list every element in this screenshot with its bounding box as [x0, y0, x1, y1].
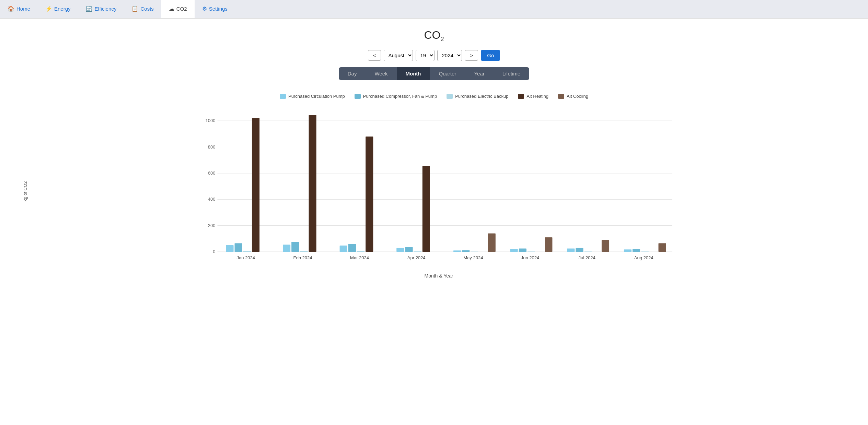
legend-item-alt-heating: Alt Heating [518, 94, 548, 99]
svg-rect-48 [633, 249, 640, 252]
legend-label-alt-cooling: Alt Cooling [567, 94, 588, 99]
tab-day[interactable]: Day [339, 67, 366, 80]
chart-legend: Purchased Circulation Pump Purchased Com… [21, 94, 847, 99]
go-button[interactable]: Go [481, 50, 500, 61]
svg-rect-38 [519, 249, 526, 252]
svg-text:1000: 1000 [206, 118, 216, 123]
svg-rect-23 [348, 244, 356, 252]
svg-rect-44 [584, 252, 592, 252]
nav-item-home[interactable]: 🏠 Home [0, 0, 38, 18]
svg-rect-22 [340, 246, 347, 252]
legend-item-compressor: Purchased Compressor, Fan & Pump [355, 94, 437, 99]
svg-text:0: 0 [213, 249, 215, 254]
legend-swatch-electric-backup [447, 94, 453, 99]
svg-rect-12 [226, 245, 233, 252]
tab-quarter[interactable]: Quarter [430, 67, 465, 80]
svg-rect-15 [252, 118, 259, 252]
nav-item-costs[interactable]: 📋 Costs [124, 0, 161, 18]
svg-rect-40 [545, 237, 552, 252]
main-nav: 🏠 Home ⚡ Energy 🔄 Efficiency 📋 Costs ☁ C… [0, 0, 868, 19]
energy-icon: ⚡ [45, 5, 52, 12]
svg-rect-29 [414, 251, 421, 252]
svg-rect-47 [624, 250, 632, 252]
svg-text:600: 600 [208, 170, 216, 176]
svg-rect-50 [658, 244, 666, 252]
svg-rect-42 [567, 249, 575, 252]
nav-item-energy[interactable]: ⚡ Energy [38, 0, 78, 18]
legend-label-circ-pump: Purchased Circulation Pump [288, 94, 345, 99]
svg-rect-20 [309, 115, 316, 252]
period-tabs: Day Week Month Quarter Year Lifetime [14, 67, 854, 80]
tab-month[interactable]: Month [397, 67, 430, 80]
period-tabs-inner: Day Week Month Quarter Year Lifetime [339, 67, 529, 80]
svg-rect-18 [291, 242, 299, 252]
chart-wrap: kg of CO2 02004006008001000Jan 2024Feb 2… [21, 104, 847, 279]
page-title: CO2 [14, 29, 854, 43]
svg-rect-19 [300, 251, 308, 252]
legend-item-circ-pump: Purchased Circulation Pump [280, 94, 345, 99]
svg-text:Mar 2024: Mar 2024 [350, 255, 369, 260]
legend-label-compressor: Purchased Compressor, Fan & Pump [363, 94, 437, 99]
svg-rect-27 [396, 248, 404, 252]
nav-label-home: Home [16, 6, 30, 12]
svg-rect-37 [510, 249, 518, 252]
tab-week[interactable]: Week [366, 67, 396, 80]
date-controls: < August 19 2024 > Go [14, 50, 854, 61]
next-button[interactable]: > [465, 50, 478, 61]
svg-text:Feb 2024: Feb 2024 [293, 255, 312, 260]
svg-rect-32 [453, 251, 461, 252]
svg-rect-33 [462, 250, 470, 252]
nav-label-energy: Energy [54, 6, 71, 12]
tab-lifetime[interactable]: Lifetime [494, 67, 530, 80]
x-axis-label: Month & Year [30, 273, 847, 279]
legend-item-alt-cooling: Alt Cooling [558, 94, 588, 99]
efficiency-icon: 🔄 [86, 5, 93, 12]
main-content: CO2 < August 19 2024 > Go Day Week Month… [0, 19, 868, 425]
month-select[interactable]: August [384, 50, 413, 61]
nav-label-settings: Settings [209, 6, 228, 12]
prev-button[interactable]: < [368, 50, 381, 61]
legend-swatch-compressor [355, 94, 361, 99]
legend-swatch-alt-cooling [558, 94, 564, 99]
year-select[interactable]: 2024 [437, 50, 462, 61]
svg-rect-30 [423, 166, 430, 252]
home-icon: 🏠 [8, 5, 14, 12]
chart-svg-area: 02004006008001000Jan 2024Feb 2024Mar 202… [30, 104, 847, 279]
nav-item-efficiency[interactable]: 🔄 Efficiency [78, 0, 124, 18]
chart-container: Purchased Circulation Pump Purchased Com… [14, 90, 854, 285]
svg-rect-39 [528, 252, 535, 252]
svg-rect-14 [243, 251, 251, 252]
legend-swatch-circ-pump [280, 94, 286, 99]
svg-text:400: 400 [208, 197, 216, 202]
nav-item-co2[interactable]: ☁ CO2 [161, 0, 195, 18]
svg-text:800: 800 [208, 144, 216, 150]
svg-rect-49 [641, 252, 649, 252]
svg-text:Jan 2024: Jan 2024 [237, 255, 255, 260]
svg-rect-35 [488, 234, 496, 252]
legend-label-alt-heating: Alt Heating [526, 94, 548, 99]
y-axis-label: kg of CO2 [21, 104, 30, 279]
legend-swatch-alt-heating [518, 94, 524, 99]
bar-chart-svg: 02004006008001000Jan 2024Feb 2024Mar 202… [30, 104, 847, 269]
svg-rect-28 [405, 247, 413, 252]
costs-icon: 📋 [131, 5, 138, 12]
day-select[interactable]: 19 [416, 50, 435, 61]
svg-text:Apr 2024: Apr 2024 [407, 255, 426, 260]
settings-icon: ⚙ [202, 5, 207, 12]
svg-rect-45 [602, 240, 609, 252]
svg-rect-43 [576, 248, 583, 252]
svg-rect-25 [366, 137, 373, 252]
svg-rect-17 [283, 245, 290, 252]
nav-item-settings[interactable]: ⚙ Settings [195, 0, 235, 18]
legend-item-electric-backup: Purchased Electric Backup [447, 94, 508, 99]
svg-text:May 2024: May 2024 [463, 255, 483, 260]
nav-label-efficiency: Efficiency [95, 6, 117, 12]
svg-text:200: 200 [208, 223, 216, 228]
svg-text:Jun 2024: Jun 2024 [521, 255, 540, 260]
svg-text:Jul 2024: Jul 2024 [578, 255, 595, 260]
tab-year[interactable]: Year [465, 67, 493, 80]
svg-text:Aug 2024: Aug 2024 [634, 255, 653, 260]
svg-rect-13 [235, 244, 242, 252]
co2-icon: ☁ [169, 5, 174, 12]
legend-label-electric-backup: Purchased Electric Backup [455, 94, 508, 99]
